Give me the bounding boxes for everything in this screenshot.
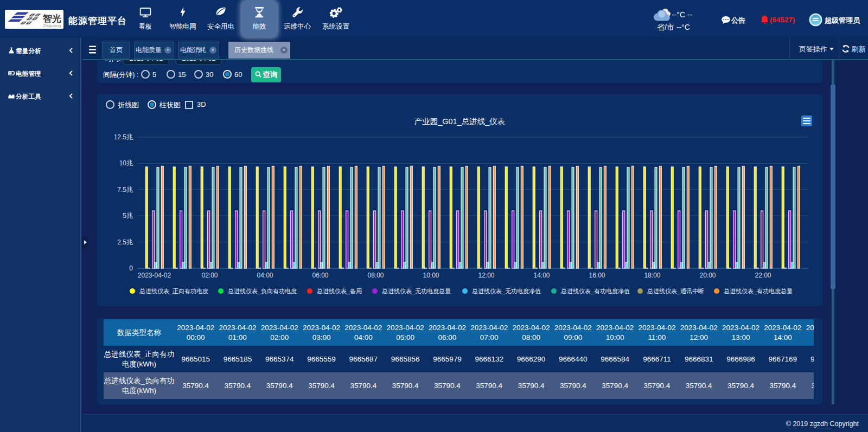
svg-text:14:00: 14:00 bbox=[533, 272, 550, 279]
svg-text:智光: 智光 bbox=[42, 14, 61, 24]
svg-text:2.5兆: 2.5兆 bbox=[117, 238, 133, 246]
svg-text:04:00: 04:00 bbox=[257, 272, 273, 279]
svg-text:02:00: 02:00 bbox=[201, 272, 218, 279]
svg-text:08:00: 08:00 bbox=[367, 272, 384, 279]
svg-text:10:00: 10:00 bbox=[423, 272, 439, 279]
svg-text:7.5兆: 7.5兆 bbox=[117, 186, 133, 194]
svg-text:16:00: 16:00 bbox=[589, 272, 605, 279]
svg-text:2023-04-02: 2023-04-02 bbox=[138, 272, 171, 279]
svg-text:5兆: 5兆 bbox=[123, 212, 133, 220]
svg-text:22:00: 22:00 bbox=[755, 272, 771, 279]
svg-text:0: 0 bbox=[129, 265, 133, 272]
svg-text:18:00: 18:00 bbox=[644, 272, 660, 279]
svg-text:12.5兆: 12.5兆 bbox=[114, 133, 133, 141]
svg-text:06:00: 06:00 bbox=[312, 272, 328, 279]
svg-text:10兆: 10兆 bbox=[119, 159, 133, 167]
svg-text:Zhiguang: Zhiguang bbox=[43, 23, 61, 28]
svg-text:20:00: 20:00 bbox=[699, 272, 716, 279]
svg-text:12:00: 12:00 bbox=[478, 272, 494, 279]
